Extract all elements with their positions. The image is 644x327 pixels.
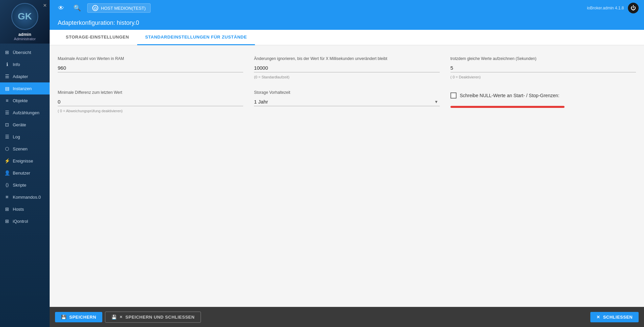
instanzen-icon: ▤ <box>4 85 10 91</box>
search-button[interactable]: 🔍 <box>71 2 83 14</box>
log-icon: ☰ <box>4 134 10 140</box>
host-button[interactable]: ⏻ HOST MEDION(TEST) <box>87 3 151 13</box>
close-icon: ✕ <box>596 315 600 320</box>
sidebar-item-label-objekte: Objekte <box>13 98 28 103</box>
page-header: Adapterkonfiguration: history.0 <box>50 16 644 30</box>
sidebar-username: admin <box>18 32 31 37</box>
logo-circle: GK <box>11 3 38 30</box>
field-storage-retention: Storage Vorhaltezeit 1 Jahr 2 Jahre 5 Ja… <box>254 90 439 113</box>
field-max-ram-input[interactable] <box>58 64 243 72</box>
szenen-icon: ⬡ <box>4 146 10 152</box>
skripte-icon: ⟨⟩ <box>4 182 10 188</box>
sidebar-item-label-iqontrol: iQontrol <box>13 219 28 224</box>
sidebar-item-label-kommandos: Kommandos.0 <box>13 195 41 200</box>
save-close-button[interactable]: 💾 ✕ SPEICHERN UND SCHLIESSEN <box>105 312 201 323</box>
storage-retention-select-wrapper: 1 Jahr 2 Jahre 5 Jahre 10 Jahre Unbegren… <box>254 97 439 106</box>
gerate-icon: ⊡ <box>4 122 10 128</box>
ubersicht-icon: ⊞ <box>4 49 10 55</box>
field-max-ram-label: Maximale Anzahl von Werten in RAM <box>58 56 243 62</box>
close-icon[interactable]: ✕ <box>43 3 47 8</box>
footer: 💾 SPEICHERN 💾 ✕ SPEICHERN UND SCHLIESSEN… <box>50 307 644 327</box>
save-close-save-icon: 💾 <box>111 315 117 320</box>
aufzahlungen-icon: ☰ <box>4 110 10 116</box>
sidebar-item-label-szenen: Szenen <box>13 146 28 151</box>
storage-retention-select[interactable]: 1 Jahr 2 Jahre 5 Jahre 10 Jahre Unbegren… <box>254 97 439 106</box>
close-label: SCHLIESSEN <box>603 315 633 320</box>
field-same-values-hint: ( 0 = Deaktivieren) <box>450 75 636 79</box>
field-same-values-input[interactable] <box>450 64 636 72</box>
sidebar-item-szenen[interactable]: ⬡Szenen <box>0 143 50 155</box>
iqontrol-icon: ⊞ <box>4 218 10 224</box>
save-button[interactable]: 💾 SPEICHERN <box>55 312 102 322</box>
save-icon: 💾 <box>61 315 67 320</box>
power-icon: ⏻ <box>92 5 98 11</box>
sidebar-item-ubersicht[interactable]: ⊞Übersicht <box>0 46 50 58</box>
sidebar-item-adapter[interactable]: ☰Adapter <box>0 70 50 82</box>
objekte-icon: ≡ <box>4 97 10 104</box>
field-min-diff: Minimale Differenz zum letzten Wert ( 0 … <box>58 90 243 113</box>
field-ignore-changes-placeholder: (0 = Standardlaufzeit) <box>254 75 439 79</box>
sidebar-logo: ✕ GK admin Administrator <box>0 0 50 44</box>
main-content: 👁 🔍 ⏻ HOST MEDION(TEST) ioBroker.admin 4… <box>50 0 644 327</box>
null-values-checkbox[interactable] <box>450 92 457 99</box>
sidebar-item-benutzer[interactable]: 👤Benutzer <box>0 167 50 179</box>
eye-button[interactable]: 👁 <box>55 2 67 14</box>
sidebar-item-label-log: Log <box>13 134 20 139</box>
sidebar-item-log[interactable]: ☰Log <box>0 131 50 143</box>
info-icon: ℹ <box>4 61 10 67</box>
version-label: ioBroker.admin 4.1.8 <box>587 6 624 10</box>
field-storage-retention-label: Storage Vorhaltezeit <box>254 90 439 95</box>
save-label: SPEICHERN <box>69 315 96 320</box>
sidebar-item-objekte[interactable]: ≡Objekte <box>0 94 50 107</box>
sidebar-item-skripte[interactable]: ⟨⟩Skripte <box>0 179 50 191</box>
null-values-checkbox-row: Schreibe NULL-Werte an Start- / Stop-Gre… <box>450 92 636 99</box>
power-button[interactable]: ⏻ <box>628 3 639 13</box>
sidebar-item-label-info: Info <box>13 62 20 67</box>
field-null-values: Schreibe NULL-Werte an Start- / Stop-Gre… <box>450 90 636 113</box>
sidebar-item-kommandos[interactable]: ✳Kommandos.0 <box>0 191 50 203</box>
red-underline-decoration <box>450 106 565 108</box>
sidebar-item-label-adapter: Adapter <box>13 74 28 79</box>
sidebar-item-iqontrol[interactable]: ⊞iQontrol <box>0 215 50 227</box>
null-values-label: Schreibe NULL-Werte an Start- / Stop-Gre… <box>460 93 559 98</box>
sidebar-item-label-ereignisse: Ereignisse <box>13 158 33 164</box>
sidebar-item-label-benutzer: Benutzer <box>13 171 30 176</box>
sidebar: ✕ GK admin Administrator ⊞ÜbersichtℹInfo… <box>0 0 50 327</box>
save-close-label: SPEICHERN UND SCHLIESSEN <box>125 315 195 320</box>
field-ignore-changes-input[interactable] <box>254 64 439 72</box>
sidebar-item-ereignisse[interactable]: ⚡Ereignisse <box>0 155 50 167</box>
field-max-ram: Maximale Anzahl von Werten in RAM <box>58 56 243 79</box>
sidebar-item-label-ubersicht: Übersicht <box>13 50 31 55</box>
close-button[interactable]: ✕ SCHLIESSEN <box>590 312 639 322</box>
ereignisse-icon: ⚡ <box>4 158 10 164</box>
close-x-icon: ✕ <box>119 315 123 319</box>
sidebar-item-label-hosts: Hosts <box>13 207 24 212</box>
sidebar-item-hosts[interactable]: ⊞Hosts <box>0 203 50 215</box>
sidebar-item-label-aufzahlungen: Aufzählungen <box>13 110 40 115</box>
content-area: Maximale Anzahl von Werten in RAM Änderu… <box>50 45 644 307</box>
field-same-values-label: trotzdem gleiche Werte aufzeichnen (Seku… <box>450 56 636 62</box>
sidebar-role: Administrator <box>14 37 36 41</box>
field-min-diff-hint: ( 0 = Abweichungsprüfung deaktivieren) <box>58 109 243 113</box>
field-ignore-changes-label: Änderungen ignorieren, bis der Wert für … <box>254 56 439 62</box>
sidebar-item-label-skripte: Skripte <box>13 183 26 188</box>
tab-storage[interactable]: STORAGE-EINSTELLUNGEN <box>58 30 137 45</box>
tab-standards[interactable]: STANDARDEINSTELLUNGEN FÜR ZUSTÄNDE <box>137 30 255 45</box>
tabs-bar: STORAGE-EINSTELLUNGEN STANDARDEINSTELLUN… <box>50 30 644 45</box>
page-title: Adapterkonfiguration: history.0 <box>58 19 139 26</box>
sidebar-item-label-instanzen: Instanzen <box>13 86 32 91</box>
sidebar-nav: ⊞ÜbersichtℹInfo☰Adapter▤Instanzen≡Objekt… <box>0 44 50 327</box>
topbar: 👁 🔍 ⏻ HOST MEDION(TEST) ioBroker.admin 4… <box>50 0 644 16</box>
sidebar-item-info[interactable]: ℹInfo <box>0 58 50 70</box>
sidebar-item-aufzahlungen[interactable]: ☰Aufzählungen <box>0 107 50 119</box>
field-same-values: trotzdem gleiche Werte aufzeichnen (Seku… <box>450 56 636 79</box>
host-label: HOST MEDION(TEST) <box>101 6 146 11</box>
field-min-diff-input[interactable] <box>58 97 243 106</box>
sidebar-item-label-gerate: Geräte <box>13 122 26 127</box>
field-ignore-changes: Änderungen ignorieren, bis der Wert für … <box>254 56 439 79</box>
hosts-icon: ⊞ <box>4 206 10 212</box>
sidebar-item-instanzen[interactable]: ▤Instanzen <box>0 82 50 94</box>
sidebar-item-gerate[interactable]: ⊡Geräte <box>0 119 50 131</box>
benutzer-icon: 👤 <box>4 170 10 176</box>
field-min-diff-label: Minimale Differenz zum letzten Wert <box>58 90 243 95</box>
